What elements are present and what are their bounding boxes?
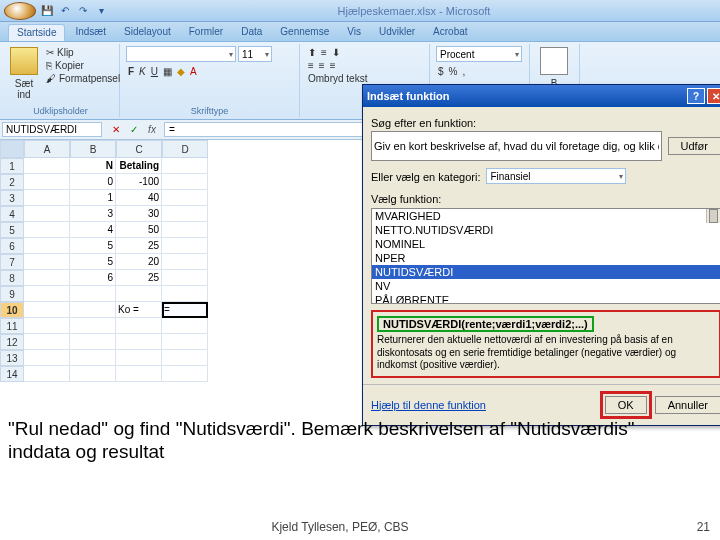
cell[interactable]: 40 [116, 190, 162, 206]
cell[interactable]: 50 [116, 222, 162, 238]
cell[interactable] [162, 366, 208, 382]
column-header[interactable]: B [70, 140, 116, 158]
category-combo[interactable]: Finansiel [486, 168, 626, 184]
cell[interactable]: 4 [70, 222, 116, 238]
function-list[interactable]: MVARIGHEDNETTO.NUTIDSVÆRDINOMINELNPERNUT… [371, 208, 720, 304]
function-list-item[interactable]: NUTIDSVÆRDI [372, 265, 720, 279]
cell[interactable]: N [70, 158, 116, 174]
copy-button[interactable]: ⎘Kopier [44, 59, 122, 72]
cell[interactable]: 20 [116, 254, 162, 270]
help-icon[interactable]: ? [687, 88, 705, 104]
help-link[interactable]: Hjælp til denne funktion [371, 399, 486, 411]
font-name-combo[interactable] [126, 46, 236, 62]
cell[interactable] [70, 302, 116, 318]
format-painter-button[interactable]: 🖌Formatpensel [44, 72, 122, 85]
row-header[interactable]: 10 [0, 302, 24, 318]
tab-indsaet[interactable]: Indsæt [67, 24, 114, 41]
row-header[interactable]: 9 [0, 286, 24, 302]
cell[interactable] [24, 318, 70, 334]
undo-icon[interactable]: ↶ [58, 4, 72, 18]
tab-vis[interactable]: Vis [339, 24, 369, 41]
cell[interactable]: 6 [70, 270, 116, 286]
ok-button[interactable]: OK [605, 396, 647, 414]
qat-dropdown-icon[interactable]: ▾ [94, 4, 108, 18]
align-right-button[interactable]: ≡ [328, 59, 338, 72]
function-list-item[interactable]: NOMINEL [372, 237, 720, 251]
row-header[interactable]: 7 [0, 254, 24, 270]
cell[interactable] [162, 318, 208, 334]
cell[interactable] [70, 286, 116, 302]
tab-gennemse[interactable]: Gennemse [272, 24, 337, 41]
cell[interactable] [24, 334, 70, 350]
paste-button[interactable]: Sæt ind [8, 46, 40, 101]
cell[interactable] [162, 190, 208, 206]
select-all-corner[interactable] [0, 140, 24, 158]
align-top-button[interactable]: ⬆ [306, 46, 318, 59]
column-header[interactable]: D [162, 140, 208, 158]
cell[interactable]: 5 [70, 238, 116, 254]
tab-formler[interactable]: Formler [181, 24, 231, 41]
cell[interactable] [162, 158, 208, 174]
cell[interactable] [24, 350, 70, 366]
row-header[interactable]: 11 [0, 318, 24, 334]
accept-formula-icon[interactable]: ✓ [126, 122, 142, 138]
cell[interactable] [162, 206, 208, 222]
align-left-button[interactable]: ≡ [306, 59, 316, 72]
row-header[interactable]: 5 [0, 222, 24, 238]
cut-button[interactable]: ✂Klip [44, 46, 122, 59]
cell[interactable]: 30 [116, 206, 162, 222]
column-header[interactable]: C [116, 140, 162, 158]
font-color-button[interactable]: A [188, 65, 199, 78]
align-center-button[interactable]: ≡ [317, 59, 327, 72]
function-list-item[interactable]: PÅLØBRENTE [372, 293, 720, 304]
row-header[interactable]: 6 [0, 238, 24, 254]
italic-button[interactable]: K [137, 65, 148, 78]
cell[interactable]: 25 [116, 270, 162, 286]
cell[interactable] [24, 238, 70, 254]
cell[interactable]: 0 [70, 174, 116, 190]
comma-button[interactable]: , [460, 65, 467, 78]
cell[interactable]: 5 [70, 254, 116, 270]
cell[interactable] [24, 190, 70, 206]
tab-startside[interactable]: Startside [8, 24, 65, 41]
align-middle-button[interactable]: ≡ [319, 46, 329, 59]
cell[interactable] [162, 286, 208, 302]
cell[interactable] [24, 254, 70, 270]
fx-icon[interactable]: fx [144, 122, 160, 138]
cell[interactable] [116, 286, 162, 302]
row-header[interactable]: 14 [0, 366, 24, 382]
cell[interactable] [162, 334, 208, 350]
fill-color-button[interactable]: ◆ [175, 65, 187, 78]
cell[interactable] [24, 206, 70, 222]
cell[interactable] [24, 270, 70, 286]
cell[interactable] [24, 366, 70, 382]
cell[interactable]: 25 [116, 238, 162, 254]
function-list-item[interactable]: NV [372, 279, 720, 293]
underline-button[interactable]: U [149, 65, 160, 78]
cell[interactable] [116, 318, 162, 334]
cell[interactable] [162, 350, 208, 366]
cell[interactable] [24, 222, 70, 238]
function-list-item[interactable]: NETTO.NUTIDSVÆRDI [372, 223, 720, 237]
cell[interactable] [162, 270, 208, 286]
row-header[interactable]: 12 [0, 334, 24, 350]
office-button[interactable] [4, 2, 36, 20]
cell[interactable] [24, 158, 70, 174]
row-header[interactable]: 13 [0, 350, 24, 366]
column-header[interactable]: A [24, 140, 70, 158]
number-format-combo[interactable]: Procent [436, 46, 522, 62]
cell[interactable] [70, 318, 116, 334]
row-header[interactable]: 2 [0, 174, 24, 190]
cancel-formula-icon[interactable]: ✕ [108, 122, 124, 138]
scrollbar[interactable] [706, 209, 720, 223]
bold-button[interactable]: F [126, 65, 136, 78]
tab-acrobat[interactable]: Acrobat [425, 24, 475, 41]
cell[interactable]: -100 [116, 174, 162, 190]
redo-icon[interactable]: ↷ [76, 4, 90, 18]
cell[interactable] [70, 350, 116, 366]
cell[interactable]: 1 [70, 190, 116, 206]
currency-button[interactable]: $ [436, 65, 446, 78]
cell[interactable] [116, 366, 162, 382]
save-icon[interactable]: 💾 [40, 4, 54, 18]
tab-udvikler[interactable]: Udvikler [371, 24, 423, 41]
